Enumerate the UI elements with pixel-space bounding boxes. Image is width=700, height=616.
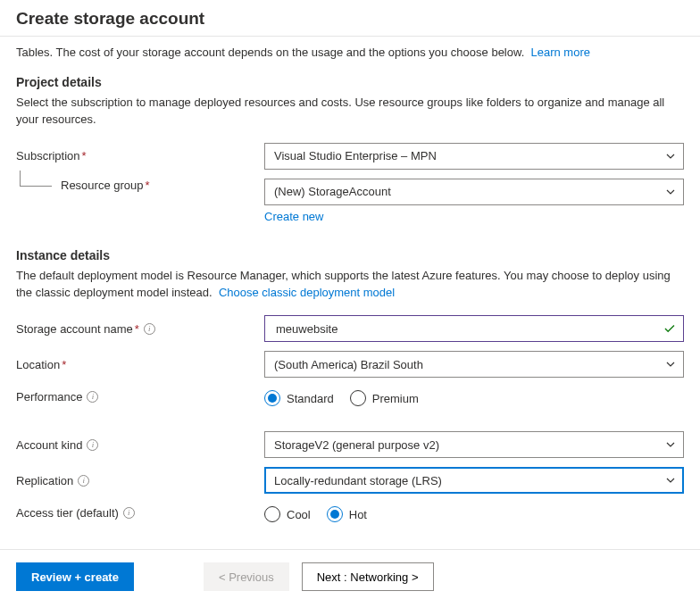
resource-group-row: Resource group* (New) StorageAccount Cre…: [16, 179, 684, 223]
intro-text: Tables. The cost of your storage account…: [16, 46, 524, 59]
project-details-heading: Project details: [16, 75, 684, 89]
replication-label: Replication i: [16, 474, 264, 487]
previous-button: < Previous: [204, 562, 289, 591]
info-icon[interactable]: i: [78, 475, 89, 487]
project-details-desc: Select the subscription to manage deploy…: [16, 95, 684, 129]
account-kind-select[interactable]: StorageV2 (general purpose v2): [264, 431, 684, 458]
subscription-select[interactable]: Visual Studio Enterprise – MPN: [264, 143, 684, 170]
performance-standard-radio[interactable]: Standard: [264, 390, 334, 406]
performance-label: Performance i: [16, 390, 264, 404]
location-row: Location* (South America) Brazil South: [16, 351, 684, 378]
chevron-down-icon: [665, 151, 676, 162]
account-kind-row: Account kind i StorageV2 (general purpos…: [16, 431, 684, 458]
page-title: Create storage account: [16, 9, 684, 29]
resource-group-value: (New) StorageAccount: [274, 185, 391, 198]
performance-radio-group: Standard Premium: [264, 387, 684, 406]
tree-connector-icon: [20, 171, 52, 187]
info-icon[interactable]: i: [87, 391, 98, 403]
location-value: (South America) Brazil South: [274, 358, 423, 371]
tier-hot-radio[interactable]: Hot: [327, 506, 367, 522]
required-icon: *: [146, 179, 150, 192]
storage-name-label: Storage account name* i: [16, 322, 264, 336]
required-icon: *: [135, 322, 139, 336]
intro-text-row: Tables. The cost of your storage account…: [16, 46, 684, 59]
resource-group-label: Resource group: [61, 179, 144, 192]
performance-row: Performance i Standard Premium: [16, 387, 684, 406]
check-icon: [663, 322, 676, 335]
storage-name-input-wrap: [264, 315, 684, 342]
account-kind-value: StorageV2 (general purpose v2): [274, 438, 439, 452]
required-icon: *: [82, 149, 87, 162]
replication-value: Locally-redundant storage (LRS): [274, 474, 442, 487]
performance-premium-radio[interactable]: Premium: [350, 390, 419, 406]
page-header: Create storage account: [0, 0, 700, 37]
classic-deployment-link[interactable]: Choose classic deployment model: [219, 286, 395, 299]
access-tier-radio-group: Cool Hot: [264, 503, 684, 522]
location-label: Location*: [16, 358, 264, 371]
next-button[interactable]: Next : Networking >: [302, 562, 434, 591]
create-new-link[interactable]: Create new: [264, 210, 323, 223]
replication-row: Replication i Locally-redundant storage …: [16, 467, 684, 494]
resource-group-label-col: Resource group*: [16, 179, 264, 192]
radio-selected-icon: [327, 506, 343, 522]
subscription-label: Subscription*: [16, 149, 264, 162]
instance-details-heading: Instance details: [16, 248, 684, 262]
radio-unselected-icon: [350, 390, 366, 406]
form-content: Tables. The cost of your storage account…: [0, 37, 700, 549]
review-create-button[interactable]: Review + create: [16, 562, 134, 591]
access-tier-label: Access tier (default) i: [16, 506, 264, 520]
info-icon[interactable]: i: [87, 439, 98, 451]
info-icon[interactable]: i: [144, 323, 155, 335]
storage-name-row: Storage account name* i: [16, 315, 684, 342]
footer-bar: Review + create < Previous Next : Networ…: [0, 549, 700, 609]
chevron-down-icon: [665, 359, 676, 370]
chevron-down-icon: [665, 439, 676, 450]
subscription-value: Visual Studio Enterprise – MPN: [274, 149, 437, 162]
info-icon[interactable]: i: [123, 507, 135, 519]
required-icon: *: [62, 358, 66, 371]
learn-more-link[interactable]: Learn more: [531, 46, 590, 59]
subscription-row: Subscription* Visual Studio Enterprise –…: [16, 143, 684, 170]
account-kind-label: Account kind i: [16, 438, 264, 452]
chevron-down-icon: [665, 475, 676, 486]
replication-select[interactable]: Locally-redundant storage (LRS): [264, 467, 684, 494]
radio-selected-icon: [264, 390, 280, 406]
radio-unselected-icon: [264, 506, 280, 522]
storage-name-input[interactable]: [274, 321, 663, 337]
instance-details-desc: The default deployment model is Resource…: [16, 268, 684, 302]
chevron-down-icon: [665, 187, 676, 197]
resource-group-select[interactable]: (New) StorageAccount: [264, 179, 684, 205]
access-tier-row: Access tier (default) i Cool Hot: [16, 503, 684, 522]
location-select[interactable]: (South America) Brazil South: [264, 351, 684, 378]
tier-cool-radio[interactable]: Cool: [264, 506, 311, 522]
